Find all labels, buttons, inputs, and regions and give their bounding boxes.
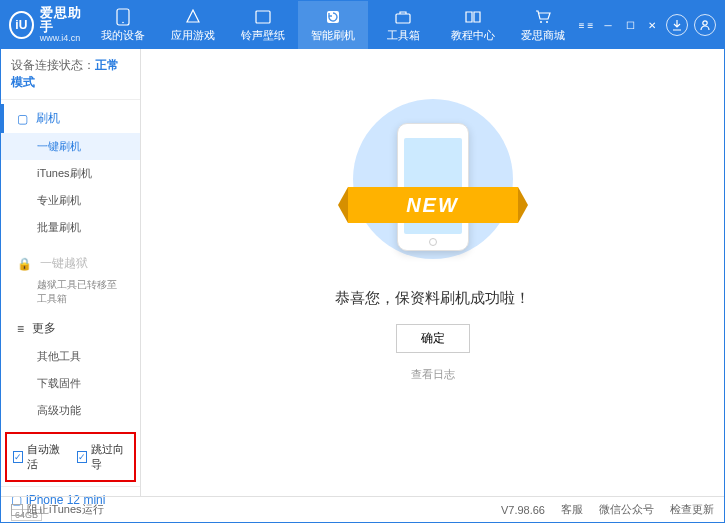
nav-label: 应用游戏	[171, 28, 215, 43]
logo-icon: iU	[9, 11, 34, 39]
toolbox-icon	[394, 8, 412, 26]
wechat-link[interactable]: 微信公众号	[599, 502, 654, 517]
user-button[interactable]	[694, 14, 716, 36]
sidebar-more-header[interactable]: ≡ 更多	[1, 314, 140, 343]
connection-status: 设备连接状态：正常模式	[1, 49, 140, 100]
sidebar-flash-header[interactable]: ▢ 刷机	[1, 104, 140, 133]
brand: iU 爱思助手 www.i4.cn	[9, 6, 88, 44]
checkbox-label: 跳过向导	[91, 442, 128, 472]
version-text: V7.98.66	[501, 504, 545, 516]
nav-label: 我的设备	[101, 28, 145, 43]
nav-label: 智能刷机	[311, 28, 355, 43]
nav-tutorials[interactable]: 教程中心	[438, 1, 508, 49]
success-illustration: NEW	[353, 99, 513, 259]
svg-point-5	[540, 21, 542, 23]
sidebar-item-pro[interactable]: 专业刷机	[1, 187, 140, 214]
phone-icon: ▢	[17, 112, 28, 126]
jailbreak-note: 越狱工具已转移至 工具箱	[1, 278, 140, 306]
picture-icon	[254, 8, 272, 26]
main-content: NEW 恭喜您，保资料刷机成功啦！ 确定 查看日志	[141, 49, 724, 496]
checkbox-icon: ✓	[13, 451, 23, 463]
footer: 阻止iTunes运行 V7.98.66 客服 微信公众号 检查更新	[1, 496, 724, 522]
sidebar-item-itunes[interactable]: iTunes刷机	[1, 160, 140, 187]
highlight-box: ✓ 自动激活 ✓ 跳过向导	[5, 432, 136, 482]
svg-point-1	[122, 21, 124, 23]
menu-icon[interactable]: ≡ ≡	[578, 17, 594, 33]
sidebar-item-oneclick[interactable]: 一键刷机	[1, 133, 140, 160]
support-link[interactable]: 客服	[561, 502, 583, 517]
sidebar-item-othertools[interactable]: 其他工具	[1, 343, 140, 370]
close-icon[interactable]: ✕	[644, 17, 660, 33]
skip-guide-checkbox[interactable]: ✓ 跳过向导	[77, 442, 129, 472]
refresh-icon	[324, 8, 342, 26]
status-label: 设备连接状态：	[11, 58, 95, 72]
nav-flash[interactable]: 智能刷机	[298, 1, 368, 49]
checkbox-icon	[11, 504, 23, 516]
titlebar: iU 爱思助手 www.i4.cn 我的设备 应用游戏 铃声壁纸 智能刷机	[1, 1, 724, 49]
nav-ringtones[interactable]: 铃声壁纸	[228, 1, 298, 49]
cart-icon	[534, 8, 552, 26]
window-controls: ≡ ≡ ─ ☐ ✕	[578, 14, 716, 36]
svg-point-7	[703, 21, 707, 25]
success-message: 恭喜您，保资料刷机成功啦！	[335, 289, 530, 308]
minimize-icon[interactable]: ─	[600, 17, 616, 33]
sidebar-item-batch[interactable]: 批量刷机	[1, 214, 140, 241]
sidebar-label: 刷机	[36, 110, 60, 127]
nav-tools[interactable]: 工具箱	[368, 1, 438, 49]
app-window: iU 爱思助手 www.i4.cn 我的设备 应用游戏 铃声壁纸 智能刷机	[0, 0, 725, 523]
book-icon	[464, 8, 482, 26]
check-update-link[interactable]: 检查更新	[670, 502, 714, 517]
maximize-icon[interactable]: ☐	[622, 17, 638, 33]
sidebar-jailbreak-header[interactable]: 🔒 一键越狱	[1, 249, 140, 278]
nav-label: 教程中心	[451, 28, 495, 43]
sidebar-item-advanced[interactable]: 高级功能	[1, 397, 140, 424]
svg-rect-4	[396, 14, 410, 23]
block-itunes-checkbox[interactable]: 阻止iTunes运行	[11, 502, 104, 517]
sidebar-item-firmware[interactable]: 下载固件	[1, 370, 140, 397]
checkbox-label: 阻止iTunes运行	[27, 502, 104, 517]
nav-label: 铃声壁纸	[241, 28, 285, 43]
phone-icon	[114, 8, 132, 26]
body: 设备连接状态：正常模式 ▢ 刷机 一键刷机 iTunes刷机 专业刷机 批量刷机…	[1, 49, 724, 496]
apps-icon	[184, 8, 202, 26]
sidebar-label: 更多	[32, 320, 56, 337]
brand-url: www.i4.cn	[40, 34, 88, 44]
svg-rect-2	[256, 11, 270, 23]
checkbox-label: 自动激活	[27, 442, 64, 472]
nav-label: 爱思商城	[521, 28, 565, 43]
svg-point-6	[546, 21, 548, 23]
nav-my-device[interactable]: 我的设备	[88, 1, 158, 49]
ok-button[interactable]: 确定	[396, 324, 470, 353]
lock-icon: 🔒	[17, 257, 32, 271]
sidebar: 设备连接状态：正常模式 ▢ 刷机 一键刷机 iTunes刷机 专业刷机 批量刷机…	[1, 49, 141, 496]
sidebar-label: 一键越狱	[40, 255, 88, 272]
brand-name: 爱思助手	[40, 6, 88, 35]
auto-activate-checkbox[interactable]: ✓ 自动激活	[13, 442, 65, 472]
nav-label: 工具箱	[387, 28, 420, 43]
nav-apps[interactable]: 应用游戏	[158, 1, 228, 49]
download-button[interactable]	[666, 14, 688, 36]
nav-store[interactable]: 爱思商城	[508, 1, 578, 49]
main-nav: 我的设备 应用游戏 铃声壁纸 智能刷机 工具箱 教程中心	[88, 1, 578, 49]
view-log-link[interactable]: 查看日志	[411, 367, 455, 382]
new-ribbon: NEW	[348, 187, 518, 223]
menu-icon: ≡	[17, 322, 24, 336]
checkbox-icon: ✓	[77, 451, 87, 463]
